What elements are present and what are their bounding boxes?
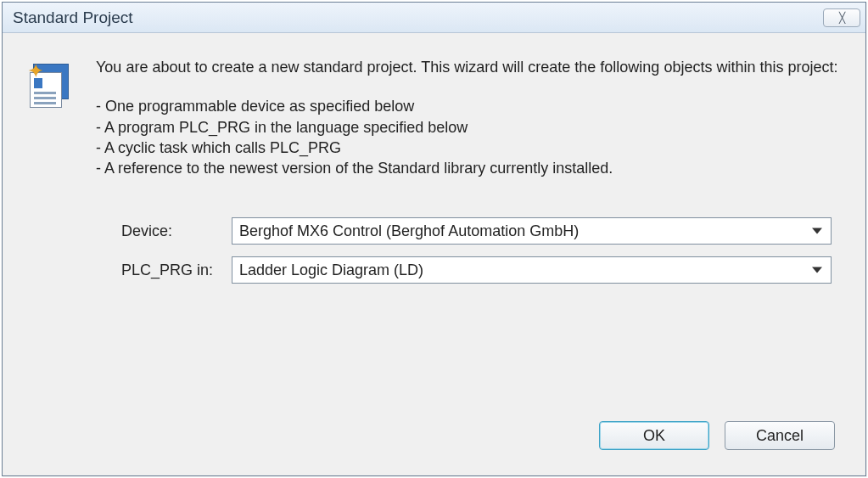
- close-button[interactable]: ╳: [823, 8, 860, 27]
- plcprg-value: Ladder Logic Diagram (LD): [239, 261, 423, 279]
- device-label: Device:: [121, 222, 232, 240]
- ok-label: OK: [643, 427, 665, 445]
- intro-text: You are about to create a new standard p…: [96, 57, 840, 77]
- titlebar: Standard Project ╳: [3, 3, 865, 33]
- device-row: Device: Berghof MX6 Control (Berghof Aut…: [121, 217, 832, 245]
- intro-row: ✦ You are about to create a new standard…: [28, 57, 840, 178]
- device-value: Berghof MX6 Control (Berghof Automation …: [239, 222, 579, 240]
- text-column: You are about to create a new standard p…: [96, 57, 840, 178]
- close-icon: ╳: [839, 12, 844, 24]
- cancel-button[interactable]: Cancel: [725, 421, 835, 450]
- plcprg-dropdown[interactable]: Ladder Logic Diagram (LD): [232, 256, 832, 284]
- dialog-body: ✦ You are about to create a new standard…: [3, 33, 865, 475]
- icon-column: ✦: [28, 57, 96, 178]
- device-dropdown[interactable]: Berghof MX6 Control (Berghof Automation …: [232, 217, 832, 245]
- plcprg-label: PLC_PRG in:: [121, 261, 232, 279]
- wizard-icon: ✦: [28, 60, 76, 108]
- standard-project-dialog: Standard Project ╳ ✦ You are about to cr…: [2, 2, 866, 476]
- form-area: Device: Berghof MX6 Control (Berghof Aut…: [28, 217, 840, 295]
- cancel-label: Cancel: [756, 427, 804, 445]
- button-row: OK Cancel: [28, 421, 840, 458]
- window-title: Standard Project: [13, 8, 823, 27]
- ok-button[interactable]: OK: [599, 421, 709, 450]
- chevron-down-icon: [812, 228, 822, 234]
- chevron-down-icon: [812, 267, 822, 273]
- bullet-list: - One programmable device as specified b…: [96, 96, 840, 178]
- plcprg-row: PLC_PRG in: Ladder Logic Diagram (LD): [121, 256, 832, 284]
